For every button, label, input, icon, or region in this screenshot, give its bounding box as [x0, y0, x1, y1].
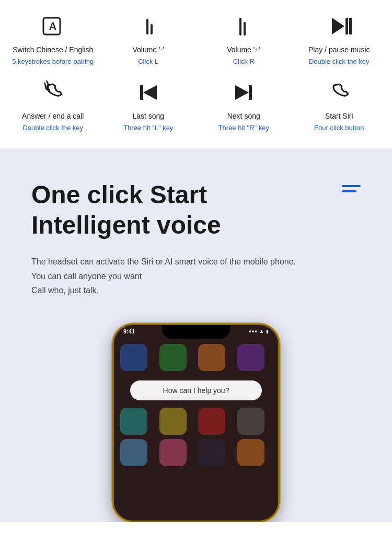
answer-call-label: Answer / end a call [22, 111, 84, 121]
phone-status-icons: ●●● ▲ ▮ [249, 329, 269, 334]
control-switch-lang: A Switch Chinese / English 5 keystrokes … [5, 10, 101, 66]
app-icon-8 [237, 408, 264, 435]
svg-rect-3 [151, 24, 153, 34]
switch-lang-sublabel: 5 keystrokes before pairing [12, 57, 94, 66]
top-section: A Switch Chinese / English 5 keystrokes … [0, 0, 392, 148]
phone-icon [327, 77, 352, 108]
vol-up-icon [231, 10, 256, 42]
description: The headset can activate the Siri or AI … [31, 255, 345, 297]
phone-time: 9:41 [123, 328, 135, 334]
phone-screen: How can I help you? [114, 325, 278, 521]
svg-rect-8 [349, 18, 352, 34]
play-pause-label: Play / pause music [308, 45, 370, 54]
svg-rect-4 [239, 18, 241, 36]
translate-icon: A [40, 10, 65, 42]
vol-down-sublabel: Click L [138, 57, 158, 66]
start-siri-label: Start Siri [325, 111, 353, 121]
play-pause-icon [327, 10, 352, 42]
svg-marker-6 [332, 18, 344, 34]
switch-lang-label: Switch Chinese / English [13, 45, 93, 54]
app-grid-bottom [114, 406, 278, 468]
svg-marker-12 [235, 85, 249, 100]
svg-rect-9 [140, 85, 143, 100]
control-answer-call: Answer / end a call Double click the key [5, 77, 101, 133]
app-icon-12 [237, 439, 264, 466]
svg-marker-10 [143, 85, 157, 100]
phone-container: 9:41 ●●● ▲ ▮ How can I help you? [31, 324, 361, 522]
app-icon-6 [159, 408, 187, 435]
svg-rect-2 [146, 19, 148, 34]
app-icon-2 [159, 344, 187, 371]
skip-back-icon [136, 77, 161, 108]
control-start-siri: Start Siri Four click button [292, 77, 387, 133]
app-icon-9 [120, 439, 147, 466]
siri-bubble: How can I help you? [130, 380, 261, 400]
last-song-label: Last song [132, 111, 164, 121]
app-icon-10 [159, 439, 187, 466]
control-play-pause: Play / pause music Double click the key [292, 10, 387, 66]
control-last-song: Last song Three hit "L" key [101, 77, 197, 133]
signal-icon: ●●● [249, 329, 257, 334]
main-title: One click Start Intelligent voice [31, 180, 221, 240]
start-siri-sublabel: Four click button [314, 124, 364, 133]
app-icon-5 [120, 408, 147, 435]
play-pause-sublabel: Double click the key [309, 57, 370, 66]
bottom-section: One click Start Intelligent voice The he… [0, 148, 392, 522]
app-icon-7 [198, 408, 225, 435]
vol-down-icon [136, 10, 161, 42]
next-song-sublabel: Three hit "R" key [218, 124, 269, 133]
phone-ring-icon [40, 77, 65, 108]
answer-call-sublabel: Double click the key [22, 124, 83, 133]
battery-icon: ▮ [266, 329, 269, 334]
last-song-sublabel: Three hit "L" key [123, 124, 173, 133]
siri-text: How can I help you? [163, 386, 229, 395]
app-icon-11 [198, 439, 225, 466]
controls-grid: A Switch Chinese / English 5 keystrokes … [5, 10, 387, 133]
control-vol-up: Volume '+' Click R [196, 10, 292, 66]
vol-down-label: Volume '-' [132, 45, 164, 54]
main-title-line1: One click Start [31, 181, 207, 209]
app-icon-1 [120, 344, 147, 371]
skip-forward-icon [231, 77, 256, 108]
phone-status-bar: 9:41 ●●● ▲ ▮ [114, 328, 278, 334]
control-next-song: Next song Three hit "R" key [196, 77, 292, 133]
menu-line-1 [342, 185, 361, 187]
main-title-line2: Intelligent voice [31, 211, 221, 239]
app-icon-3 [198, 344, 225, 371]
next-song-label: Next song [227, 111, 260, 121]
vol-up-sublabel: Click R [233, 57, 255, 66]
menu-line-2 [342, 190, 356, 192]
menu-icon [342, 185, 361, 192]
control-vol-down: Volume '-' Click L [101, 10, 197, 66]
svg-text:A: A [49, 20, 56, 32]
svg-rect-11 [249, 85, 252, 100]
vol-up-label: Volume '+' [227, 45, 260, 54]
wifi-icon: ▲ [259, 329, 264, 334]
svg-rect-7 [345, 18, 348, 34]
app-icon-4 [237, 344, 264, 371]
phone-mockup: 9:41 ●●● ▲ ▮ How can I help you? [112, 324, 280, 522]
bottom-header: One click Start Intelligent voice [31, 180, 361, 240]
svg-rect-5 [244, 22, 246, 36]
